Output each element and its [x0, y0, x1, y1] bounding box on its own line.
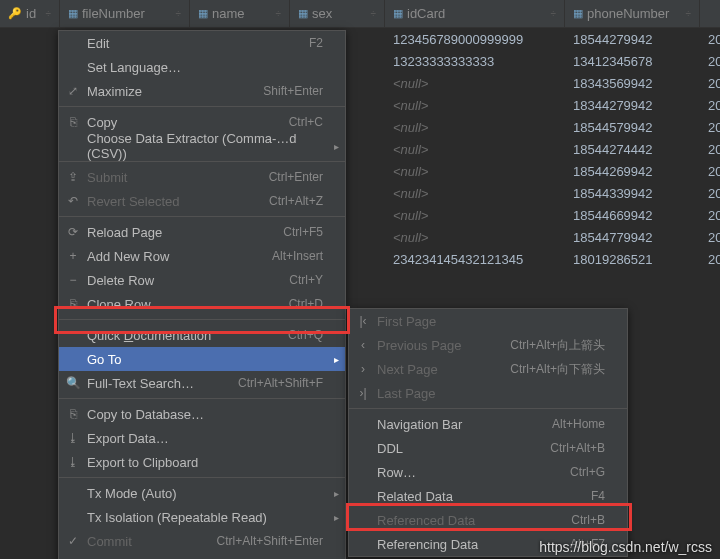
search-icon: 🔍	[65, 376, 81, 390]
submenu-nav-bar[interactable]: Navigation BarAlt+Home	[349, 412, 627, 436]
submenu-referenced-data: Referenced DataCtrl+B	[349, 508, 627, 532]
menu-rollback: ↺Rollback	[59, 553, 345, 559]
cell-phone[interactable]: 18544279942	[565, 32, 700, 47]
cell-idcard[interactable]: 123456789000999999	[385, 32, 565, 47]
clone-icon: ⎘	[65, 297, 81, 311]
menu-revert: ↶Revert SelectedCtrl+Alt+Z	[59, 189, 345, 213]
menu-add-row[interactable]: +Add New RowAlt+Insert	[59, 244, 345, 268]
menu-maximize[interactable]: ⤢MaximizeShift+Enter	[59, 79, 345, 103]
arrow-icon: ▸	[334, 488, 339, 499]
cell-phone[interactable]: 18544269942	[565, 164, 700, 179]
first-icon: |‹	[355, 314, 371, 328]
copy-icon: ⎘	[65, 115, 81, 129]
cell-idcard[interactable]: <null>	[385, 120, 565, 135]
last-icon: ›|	[355, 386, 371, 400]
cell-phone[interactable]: 18544779942	[565, 230, 700, 245]
submenu-prev-page: ‹Previous PageCtrl+Alt+向上箭头	[349, 333, 627, 357]
menu-clone-row[interactable]: ⎘Clone RowCtrl+D	[59, 292, 345, 316]
table-header: 🔑id÷ ▦fileNumber÷ ▦name÷ ▦sex÷ ▦idCard÷ …	[0, 0, 720, 28]
cell-phone[interactable]: 18343569942	[565, 76, 700, 91]
next-icon: ›	[355, 362, 371, 376]
maximize-icon: ⤢	[65, 84, 81, 98]
cell-idcard[interactable]: 13233333333333	[385, 54, 565, 69]
menu-quick-doc[interactable]: Quick DocumentationCtrl+Q	[59, 323, 345, 347]
menu-commit: ✓CommitCtrl+Alt+Shift+Enter	[59, 529, 345, 553]
reload-icon: ⟳	[65, 225, 81, 239]
commit-icon: ✓	[65, 534, 81, 548]
column-icon: ▦	[68, 7, 78, 20]
col-idCard[interactable]: ▦idCard÷	[385, 0, 565, 27]
menu-set-language[interactable]: Set Language…	[59, 55, 345, 79]
col-fileNumber[interactable]: ▦fileNumber÷	[60, 0, 190, 27]
submenu-ddl[interactable]: DDLCtrl+Alt+B	[349, 436, 627, 460]
cell-phone[interactable]: 18544669942	[565, 208, 700, 223]
column-icon: ▦	[573, 7, 583, 20]
menu-tx-isolation[interactable]: Tx Isolation (Repeatable Read)▸	[59, 505, 345, 529]
copy-db-icon: ⎘	[65, 407, 81, 421]
cell-idcard[interactable]: <null>	[385, 142, 565, 157]
column-icon: ▦	[298, 7, 308, 20]
submenu-related-data[interactable]: Related DataF4	[349, 484, 627, 508]
submenu-last-page: ›|Last Page	[349, 381, 627, 405]
col-sex[interactable]: ▦sex÷	[290, 0, 385, 27]
column-icon: ▦	[198, 7, 208, 20]
cell-phone[interactable]: 13412345678	[565, 54, 700, 69]
menu-submit: ⇪SubmitCtrl+Enter	[59, 165, 345, 189]
prev-icon: ‹	[355, 338, 371, 352]
db-icon: ⇪	[65, 170, 81, 184]
menu-tx-mode[interactable]: Tx Mode (Auto)▸	[59, 481, 345, 505]
revert-icon: ↶	[65, 194, 81, 208]
submenu-first-page: |‹First Page	[349, 309, 627, 333]
goto-submenu: |‹First Page ‹Previous PageCtrl+Alt+向上箭头…	[348, 308, 628, 557]
cell-phone[interactable]: 18544339942	[565, 186, 700, 201]
export-icon: ⭳	[65, 431, 81, 445]
col-phoneNumber[interactable]: ▦phoneNumber÷	[565, 0, 700, 27]
arrow-icon: ▸	[334, 512, 339, 523]
cell-idcard[interactable]: <null>	[385, 230, 565, 245]
submenu-row[interactable]: Row…Ctrl+G	[349, 460, 627, 484]
arrow-icon: ▸	[334, 141, 339, 152]
menu-full-text-search[interactable]: 🔍Full-Text Search…Ctrl+Alt+Shift+F	[59, 371, 345, 395]
delete-icon: −	[65, 273, 81, 287]
cell-idcard[interactable]: <null>	[385, 186, 565, 201]
menu-edit[interactable]: EditF2	[59, 31, 345, 55]
menu-export-data[interactable]: ⭳Export Data…	[59, 426, 345, 450]
add-icon: +	[65, 249, 81, 263]
menu-choose-extractor[interactable]: Choose Data Extractor (Comma-…d (CSV))▸	[59, 134, 345, 158]
export-icon: ⭳	[65, 455, 81, 469]
cell-idcard[interactable]: <null>	[385, 208, 565, 223]
cell-idcard[interactable]: <null>	[385, 98, 565, 113]
menu-copy-to-db[interactable]: ⎘Copy to Database…	[59, 402, 345, 426]
cell-phone[interactable]: 18344279942	[565, 98, 700, 113]
menu-export-clipboard[interactable]: ⭳Export to Clipboard	[59, 450, 345, 474]
column-icon: ▦	[393, 7, 403, 20]
menu-go-to[interactable]: Go To▸	[59, 347, 345, 371]
arrow-icon: ▸	[334, 354, 339, 365]
cell-phone[interactable]: 18544579942	[565, 120, 700, 135]
menu-reload[interactable]: ⟳Reload PageCtrl+F5	[59, 220, 345, 244]
cell-idcard[interactable]: <null>	[385, 76, 565, 91]
cell-idcard[interactable]: 234234145432121345	[385, 252, 565, 267]
submenu-next-page: ›Next PageCtrl+Alt+向下箭头	[349, 357, 627, 381]
cell-idcard[interactable]: <null>	[385, 164, 565, 179]
col-name[interactable]: ▦name÷	[190, 0, 290, 27]
context-menu: EditF2 Set Language… ⤢MaximizeShift+Ente…	[58, 30, 346, 559]
col-id[interactable]: 🔑id÷	[0, 0, 60, 27]
watermark: https://blog.csdn.net/w_rcss	[539, 539, 712, 555]
cell-phone[interactable]: 18544274442	[565, 142, 700, 157]
key-icon: 🔑	[8, 7, 22, 20]
cell-phone[interactable]: 18019286521	[565, 252, 700, 267]
menu-delete-row[interactable]: −Delete RowCtrl+Y	[59, 268, 345, 292]
